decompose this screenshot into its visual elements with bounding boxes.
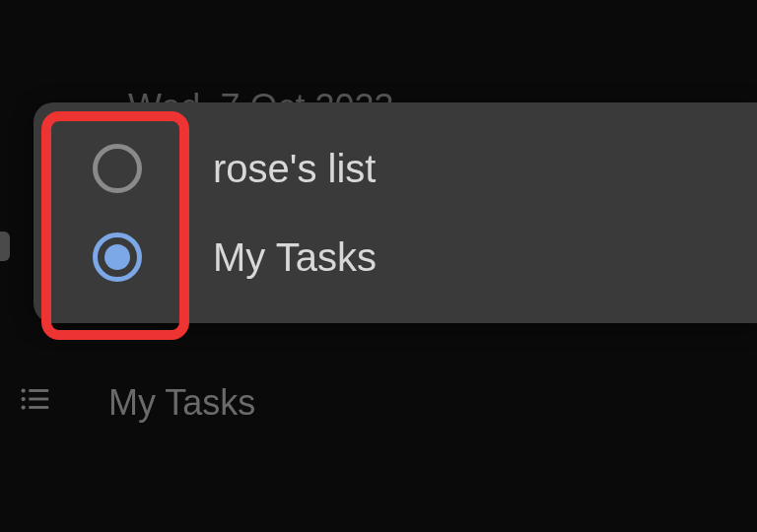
background-my-tasks-label: My Tasks <box>108 382 255 424</box>
svg-point-2 <box>22 397 26 401</box>
menu-item-roses-list[interactable]: rose's list <box>34 124 757 213</box>
svg-rect-1 <box>29 389 48 392</box>
radio-icon <box>93 144 142 193</box>
list-icon <box>15 379 54 419</box>
svg-rect-5 <box>29 406 48 409</box>
menu-item-label: rose's list <box>213 147 376 191</box>
radio-icon <box>93 233 142 282</box>
list-selector-menu: rose's list My Tasks <box>34 102 757 323</box>
svg-point-4 <box>22 405 26 409</box>
menu-item-my-tasks[interactable]: My Tasks <box>34 213 757 301</box>
svg-point-0 <box>22 388 26 392</box>
edge-decoration <box>0 232 10 261</box>
svg-rect-3 <box>29 398 48 401</box>
menu-item-label: My Tasks <box>213 235 377 280</box>
